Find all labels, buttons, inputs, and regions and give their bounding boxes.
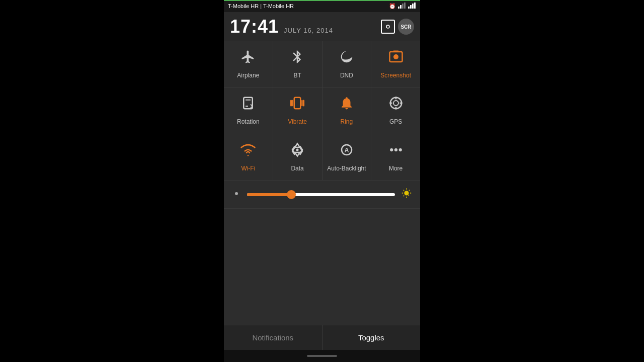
home-bar [307,355,337,357]
toggle-data[interactable]: Data [273,134,323,180]
svg-rect-2 [402,4,404,9]
status-icons: ⏰ [389,3,416,10]
signal-icon-1 [398,3,406,10]
data-label: Data [291,165,303,172]
bt-label: BT [293,72,301,79]
alarm-icon: ⏰ [389,3,396,10]
scr-icon: SCR [398,19,414,35]
brightness-min-icon [232,189,241,200]
time-text: 17:41 [230,16,279,37]
viewfinder-icon [381,20,395,34]
svg-rect-11 [393,51,398,52]
wifi-label: Wi-Fi [241,165,255,172]
toggle-screenshot[interactable]: Screenshot [371,41,420,87]
screenshot-icon [388,49,404,68]
ring-label: Ring [341,118,353,125]
svg-rect-0 [398,7,399,9]
toggle-autobacklight[interactable]: A Auto-Backlight [323,134,372,180]
brightness-slider-track[interactable] [247,193,395,196]
svg-point-8 [386,25,389,28]
home-indicator [224,350,420,362]
svg-point-24 [296,148,299,151]
toggle-ring[interactable]: Ring [323,87,372,133]
rotation-label: Rotation [237,118,260,125]
vibrate-label: Vibrate [288,118,307,125]
brightness-slider-fill [247,193,291,196]
svg-rect-13 [294,98,301,109]
time-bar-icons: SCR [381,19,414,35]
svg-rect-1 [400,5,401,9]
toggle-row-1: Airplane BT DND [224,41,420,87]
svg-point-30 [235,192,238,195]
toggle-bt[interactable]: BT [273,41,323,87]
svg-point-27 [390,148,393,151]
phone-container: T-Mobile HR | T-Mobile HR ⏰ [224,0,420,362]
svg-point-28 [394,148,397,151]
data-icon [290,142,305,161]
date-text: JULY 16, 2014 [284,27,333,34]
toggle-row-3: Wi-Fi Data [224,134,420,180]
wifi-icon [240,142,256,161]
status-bar: T-Mobile HR | T-Mobile HR ⏰ [224,0,420,12]
signal-icon-2 [408,3,416,10]
toggle-dnd[interactable]: DND [323,41,372,87]
more-label: More [389,165,403,172]
svg-rect-7 [414,3,416,9]
dnd-label: DND [340,72,353,79]
brightness-max-icon [401,188,412,201]
bt-icon [290,49,305,68]
toggle-rotation[interactable]: Rotation [224,87,273,133]
rotation-icon [240,96,256,114]
more-icon [388,142,404,161]
airplane-label: Airplane [237,72,259,79]
autobacklight-label: Auto-Backlight [327,165,366,172]
tab-toggles[interactable]: Toggles [323,325,421,350]
gps-label: GPS [389,118,402,125]
screenshot-label: Screenshot [380,72,411,79]
svg-point-10 [393,54,398,59]
toggle-gps[interactable]: GPS [371,87,420,133]
svg-point-19 [393,101,398,106]
time-display: 17:41 JULY 16, 2014 [230,16,333,37]
toggle-vibrate[interactable]: Vibrate [273,87,323,133]
quick-panel: Airplane BT DND [224,41,420,325]
toggle-row-2: Rotation Vibrate [224,87,420,134]
airplane-icon [240,49,256,68]
gps-icon [388,96,404,114]
brightness-slider-thumb [287,190,296,199]
bottom-tabs: Notifications Toggles [224,325,420,350]
toggle-wifi[interactable]: Wi-Fi [224,134,273,180]
ring-icon [339,96,354,114]
svg-rect-3 [404,3,406,9]
toggle-more[interactable]: More [371,134,420,180]
svg-rect-6 [412,4,414,9]
dnd-icon [339,49,354,68]
brightness-row [224,180,420,209]
vibrate-icon [290,96,305,114]
carrier-text: T-Mobile HR | T-Mobile HR [228,3,294,9]
time-bar: 17:41 JULY 16, 2014 SCR [224,12,420,41]
status-bar-green-line [224,0,420,1]
svg-rect-5 [410,5,412,9]
svg-text:A: A [344,147,349,154]
toggle-airplane[interactable]: Airplane [224,41,273,87]
autobacklight-icon: A [339,142,354,161]
svg-rect-4 [408,7,410,9]
tab-notifications[interactable]: Notifications [224,325,323,350]
svg-point-29 [398,148,401,151]
